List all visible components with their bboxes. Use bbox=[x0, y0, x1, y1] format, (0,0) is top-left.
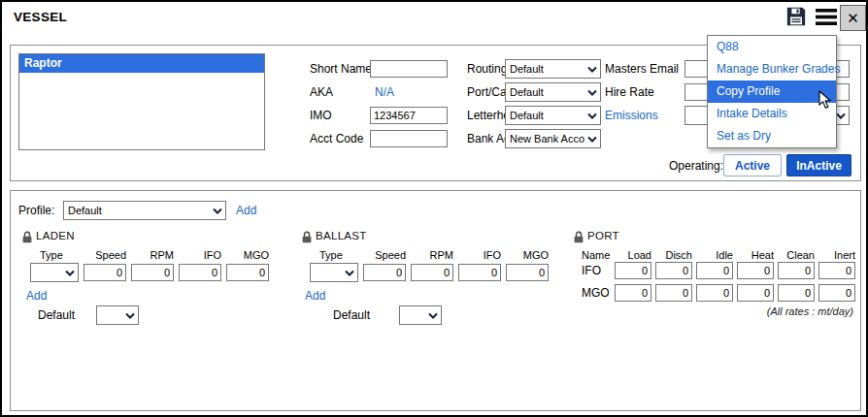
ballast-default-label: Default bbox=[333, 305, 370, 325]
laden-speed-input[interactable] bbox=[83, 264, 126, 281]
lock-icon[interactable] bbox=[302, 230, 312, 247]
chevron-down-icon bbox=[65, 270, 75, 276]
masters-email-label: Masters Email bbox=[605, 59, 679, 79]
port-header-disch: Disch bbox=[655, 249, 692, 261]
ballast-header-rpm: RPM bbox=[411, 249, 453, 261]
laden-ifo-input[interactable] bbox=[179, 264, 221, 281]
port-ifo-load-input[interactable] bbox=[615, 262, 651, 279]
port-rates-note: (All rates : mt/day) bbox=[632, 305, 853, 317]
port-canal-select[interactable]: Default bbox=[505, 82, 601, 102]
short-name-label: Short Name bbox=[310, 59, 372, 79]
lock-icon[interactable] bbox=[22, 230, 32, 247]
port-ifo-heat-input[interactable] bbox=[737, 262, 774, 279]
port-row-label-ifo: IFO bbox=[582, 261, 611, 280]
menu-item-q88[interactable]: Q88 bbox=[708, 36, 836, 58]
laden-header-mgo: MGO bbox=[226, 249, 269, 261]
save-icon bbox=[785, 6, 807, 31]
port-ifo-disch-input[interactable] bbox=[655, 262, 692, 279]
port-mgo-inert-input[interactable] bbox=[818, 284, 855, 302]
laden-header-ifo: IFO bbox=[179, 249, 221, 261]
port-mgo-clean-input[interactable] bbox=[778, 284, 815, 302]
close-icon: ✕ bbox=[847, 10, 859, 27]
laden-type-select[interactable] bbox=[30, 263, 79, 282]
page-title: VESSEL bbox=[14, 10, 67, 24]
port-mgo-heat-input[interactable] bbox=[737, 284, 774, 302]
lock-icon[interactable] bbox=[574, 230, 584, 247]
port-header-idle: Idle bbox=[696, 249, 733, 261]
routing-label: Routing bbox=[467, 59, 507, 79]
port-header-name: Name bbox=[582, 249, 611, 261]
imo-label: IMO bbox=[310, 106, 332, 125]
vessel-actions-menu: Q88 Manage Bunker Grades Copy Profile In… bbox=[707, 35, 837, 148]
ballast-header-ifo: IFO bbox=[458, 249, 501, 261]
inactive-button[interactable]: InActive bbox=[786, 154, 851, 176]
aka-value-link[interactable]: N/A bbox=[375, 82, 394, 102]
laden-mgo-input[interactable] bbox=[226, 264, 269, 281]
laden-rpm-input[interactable] bbox=[131, 264, 174, 281]
menu-item-intake-details[interactable]: Intake Details bbox=[708, 103, 836, 125]
laden-header-rpm: RPM bbox=[131, 249, 174, 261]
vessel-dialog: VESSEL ✕ Raptor bbox=[0, 0, 868, 417]
profile-select[interactable]: Default bbox=[63, 201, 226, 220]
hire-rate-label: Hire Rate bbox=[605, 82, 654, 102]
aka-label: AKA bbox=[310, 82, 333, 102]
laden-default-label: Default bbox=[38, 305, 75, 325]
port-ifo-idle-input[interactable] bbox=[696, 262, 733, 279]
routing-select[interactable]: Default bbox=[505, 59, 601, 79]
letterhead-select[interactable]: Default bbox=[505, 106, 601, 125]
laden-section-title: LADEN bbox=[36, 230, 75, 241]
acct-code-label: Acct Code bbox=[310, 129, 363, 148]
laden-default-select[interactable] bbox=[96, 305, 139, 325]
close-button[interactable]: ✕ bbox=[840, 5, 866, 31]
mouse-cursor-icon bbox=[818, 90, 832, 113]
chevron-down-icon bbox=[587, 136, 597, 143]
chevron-down-icon bbox=[587, 66, 597, 73]
chevron-down-icon bbox=[428, 312, 438, 319]
ballast-ifo-input[interactable] bbox=[458, 264, 501, 281]
port-mgo-disch-input[interactable] bbox=[655, 284, 692, 302]
port-row-label-mgo: MGO bbox=[582, 283, 611, 303]
active-button[interactable]: Active bbox=[723, 154, 782, 176]
chevron-down-icon bbox=[125, 312, 135, 319]
chevron-down-icon bbox=[587, 112, 597, 119]
menu-button[interactable] bbox=[815, 9, 838, 29]
imo-input[interactable] bbox=[370, 107, 448, 124]
chevron-down-icon bbox=[836, 112, 846, 119]
profile-add-link[interactable]: Add bbox=[236, 201, 256, 220]
laden-header-speed: Speed bbox=[83, 249, 126, 261]
acct-code-input[interactable] bbox=[370, 130, 448, 147]
ballast-header-type: Type bbox=[310, 249, 358, 261]
hamburger-menu-icon bbox=[816, 8, 837, 30]
short-name-input[interactable] bbox=[370, 60, 448, 78]
port-ifo-inert-input[interactable] bbox=[818, 262, 855, 279]
port-ifo-clean-input[interactable] bbox=[778, 262, 815, 279]
chevron-down-icon bbox=[587, 89, 597, 96]
ballast-header-speed: Speed bbox=[363, 249, 406, 261]
emissions-link[interactable]: Emissions bbox=[605, 106, 658, 125]
port-header-heat: Heat bbox=[737, 249, 774, 261]
save-button[interactable] bbox=[785, 7, 808, 30]
ballast-header-mgo: MGO bbox=[506, 249, 549, 261]
chevron-down-icon bbox=[213, 208, 222, 214]
laden-header-type: Type bbox=[30, 249, 79, 261]
ballast-default-select[interactable] bbox=[399, 305, 442, 325]
menu-item-copy-profile[interactable]: Copy Profile bbox=[708, 80, 836, 103]
ballast-type-select[interactable] bbox=[310, 263, 358, 282]
port-mgo-load-input[interactable] bbox=[615, 284, 651, 302]
ballast-add-link[interactable]: Add bbox=[305, 286, 325, 305]
port-header-inert: Inert bbox=[818, 249, 855, 261]
profile-label: Profile: bbox=[18, 201, 54, 220]
consumption-panel: Profile: Default Add LADEN Type Speed RP… bbox=[10, 190, 861, 411]
list-item[interactable]: Raptor bbox=[19, 54, 264, 73]
ballast-mgo-input[interactable] bbox=[506, 264, 549, 281]
bank-acct-select[interactable]: New Bank Account bbox=[505, 129, 601, 148]
menu-item-manage-bunker-grades[interactable]: Manage Bunker Grades bbox=[708, 58, 836, 80]
ballast-section-title: BALLAST bbox=[316, 230, 367, 241]
vessel-list[interactable]: Raptor bbox=[18, 53, 265, 150]
ballast-rpm-input[interactable] bbox=[411, 264, 453, 281]
menu-item-set-as-dry[interactable]: Set as Dry bbox=[708, 125, 836, 147]
port-section-title: PORT bbox=[587, 230, 619, 241]
ballast-speed-input[interactable] bbox=[363, 264, 406, 281]
laden-add-link[interactable]: Add bbox=[26, 286, 47, 305]
port-mgo-idle-input[interactable] bbox=[696, 284, 733, 302]
